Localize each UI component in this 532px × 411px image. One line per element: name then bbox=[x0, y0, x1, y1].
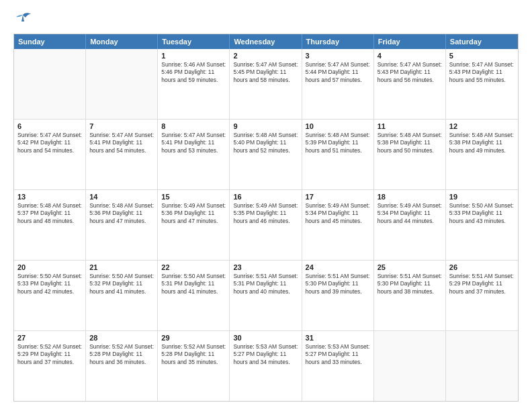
logo bbox=[13, 12, 35, 27]
cell-info: Sunrise: 5:48 AM Sunset: 5:40 PM Dayligh… bbox=[233, 132, 298, 154]
week-row-4: 20Sunrise: 5:50 AM Sunset: 5:33 PM Dayli… bbox=[14, 260, 518, 330]
cell-info: Sunrise: 5:50 AM Sunset: 5:33 PM Dayligh… bbox=[17, 273, 82, 295]
day-number: 3 bbox=[306, 52, 370, 60]
cal-cell: 19Sunrise: 5:50 AM Sunset: 5:33 PM Dayli… bbox=[446, 190, 518, 260]
header-cell-wednesday: Wednesday bbox=[230, 34, 302, 49]
day-number: 23 bbox=[233, 263, 298, 271]
day-number: 5 bbox=[449, 52, 515, 60]
cal-cell: 2Sunrise: 5:47 AM Sunset: 5:45 PM Daylig… bbox=[230, 49, 302, 119]
day-number: 4 bbox=[378, 52, 442, 60]
day-number: 31 bbox=[306, 334, 370, 342]
cell-info: Sunrise: 5:53 AM Sunset: 5:27 PM Dayligh… bbox=[306, 343, 370, 366]
cal-cell: 13Sunrise: 5:48 AM Sunset: 5:37 PM Dayli… bbox=[14, 190, 86, 260]
cal-cell: 17Sunrise: 5:49 AM Sunset: 5:34 PM Dayli… bbox=[302, 190, 374, 260]
cal-cell: 5Sunrise: 5:47 AM Sunset: 5:43 PM Daylig… bbox=[446, 49, 518, 119]
day-number: 12 bbox=[449, 122, 515, 130]
cal-cell: 9Sunrise: 5:48 AM Sunset: 5:40 PM Daylig… bbox=[230, 120, 302, 189]
cal-cell: 18Sunrise: 5:49 AM Sunset: 5:34 PM Dayli… bbox=[374, 190, 446, 260]
cal-cell: 28Sunrise: 5:52 AM Sunset: 5:28 PM Dayli… bbox=[86, 331, 158, 401]
header-cell-monday: Monday bbox=[86, 34, 158, 49]
cal-cell: 16Sunrise: 5:49 AM Sunset: 5:35 PM Dayli… bbox=[230, 190, 302, 260]
day-number: 1 bbox=[161, 52, 226, 60]
cell-info: Sunrise: 5:47 AM Sunset: 5:42 PM Dayligh… bbox=[17, 132, 82, 154]
header-cell-tuesday: Tuesday bbox=[158, 34, 230, 49]
cell-info: Sunrise: 5:48 AM Sunset: 5:39 PM Dayligh… bbox=[306, 132, 370, 154]
cal-cell: 14Sunrise: 5:48 AM Sunset: 5:36 PM Dayli… bbox=[86, 190, 158, 260]
cell-info: Sunrise: 5:52 AM Sunset: 5:29 PM Dayligh… bbox=[17, 343, 82, 366]
day-number: 8 bbox=[161, 122, 226, 130]
week-row-5: 27Sunrise: 5:52 AM Sunset: 5:29 PM Dayli… bbox=[14, 330, 518, 401]
cal-cell: 31Sunrise: 5:53 AM Sunset: 5:27 PM Dayli… bbox=[302, 331, 374, 401]
cell-info: Sunrise: 5:47 AM Sunset: 5:44 PM Dayligh… bbox=[306, 61, 370, 84]
day-number: 11 bbox=[378, 122, 442, 130]
cal-cell: 24Sunrise: 5:51 AM Sunset: 5:30 PM Dayli… bbox=[302, 261, 374, 330]
cal-cell bbox=[14, 49, 86, 119]
day-number: 24 bbox=[306, 263, 370, 271]
cal-cell: 10Sunrise: 5:48 AM Sunset: 5:39 PM Dayli… bbox=[302, 120, 374, 189]
day-number: 21 bbox=[89, 263, 154, 271]
day-number: 25 bbox=[378, 263, 442, 271]
logo-icon bbox=[13, 12, 32, 27]
day-number: 28 bbox=[89, 334, 154, 342]
header bbox=[13, 12, 519, 27]
cell-info: Sunrise: 5:51 AM Sunset: 5:31 PM Dayligh… bbox=[233, 273, 298, 295]
cal-cell: 15Sunrise: 5:49 AM Sunset: 5:36 PM Dayli… bbox=[158, 190, 230, 260]
cell-info: Sunrise: 5:52 AM Sunset: 5:28 PM Dayligh… bbox=[89, 343, 154, 366]
day-number: 9 bbox=[233, 122, 298, 130]
calendar: SundayMondayTuesdayWednesdayThursdayFrid… bbox=[13, 34, 519, 402]
cal-cell: 6Sunrise: 5:47 AM Sunset: 5:42 PM Daylig… bbox=[14, 120, 86, 189]
cell-info: Sunrise: 5:47 AM Sunset: 5:41 PM Dayligh… bbox=[89, 132, 154, 154]
cal-cell: 30Sunrise: 5:53 AM Sunset: 5:27 PM Dayli… bbox=[230, 331, 302, 401]
cell-info: Sunrise: 5:49 AM Sunset: 5:34 PM Dayligh… bbox=[306, 202, 370, 225]
cal-cell bbox=[446, 331, 518, 401]
cal-cell: 7Sunrise: 5:47 AM Sunset: 5:41 PM Daylig… bbox=[86, 120, 158, 189]
cal-cell: 21Sunrise: 5:50 AM Sunset: 5:32 PM Dayli… bbox=[86, 261, 158, 330]
page: SundayMondayTuesdayWednesdayThursdayFrid… bbox=[0, 0, 532, 411]
day-number: 26 bbox=[449, 263, 515, 271]
day-number: 15 bbox=[161, 193, 226, 201]
day-number: 20 bbox=[17, 263, 82, 271]
cell-info: Sunrise: 5:48 AM Sunset: 5:37 PM Dayligh… bbox=[17, 202, 82, 225]
cal-cell: 20Sunrise: 5:50 AM Sunset: 5:33 PM Dayli… bbox=[14, 261, 86, 330]
day-number: 30 bbox=[233, 334, 298, 342]
day-number: 19 bbox=[449, 193, 515, 201]
cell-info: Sunrise: 5:51 AM Sunset: 5:30 PM Dayligh… bbox=[378, 273, 442, 295]
cell-info: Sunrise: 5:50 AM Sunset: 5:32 PM Dayligh… bbox=[89, 273, 154, 295]
cal-cell: 26Sunrise: 5:51 AM Sunset: 5:29 PM Dayli… bbox=[446, 261, 518, 330]
cal-cell: 8Sunrise: 5:47 AM Sunset: 5:41 PM Daylig… bbox=[158, 120, 230, 189]
day-number: 13 bbox=[17, 193, 82, 201]
cell-info: Sunrise: 5:50 AM Sunset: 5:31 PM Dayligh… bbox=[161, 273, 226, 295]
cal-cell bbox=[374, 331, 446, 401]
week-row-2: 6Sunrise: 5:47 AM Sunset: 5:42 PM Daylig… bbox=[14, 119, 518, 189]
cal-cell: 1Sunrise: 5:46 AM Sunset: 5:46 PM Daylig… bbox=[158, 49, 230, 119]
header-cell-sunday: Sunday bbox=[14, 34, 86, 49]
day-number: 7 bbox=[89, 122, 154, 130]
cal-cell: 11Sunrise: 5:48 AM Sunset: 5:38 PM Dayli… bbox=[374, 120, 446, 189]
cell-info: Sunrise: 5:48 AM Sunset: 5:38 PM Dayligh… bbox=[378, 132, 442, 154]
cell-info: Sunrise: 5:47 AM Sunset: 5:41 PM Dayligh… bbox=[161, 132, 226, 154]
calendar-header: SundayMondayTuesdayWednesdayThursdayFrid… bbox=[14, 34, 518, 49]
cal-cell: 4Sunrise: 5:47 AM Sunset: 5:43 PM Daylig… bbox=[374, 49, 446, 119]
cell-info: Sunrise: 5:49 AM Sunset: 5:36 PM Dayligh… bbox=[161, 202, 226, 225]
cell-info: Sunrise: 5:52 AM Sunset: 5:28 PM Dayligh… bbox=[161, 343, 226, 366]
cell-info: Sunrise: 5:47 AM Sunset: 5:43 PM Dayligh… bbox=[449, 61, 515, 84]
day-number: 16 bbox=[233, 193, 298, 201]
header-cell-saturday: Saturday bbox=[446, 34, 518, 49]
header-cell-thursday: Thursday bbox=[302, 34, 374, 49]
day-number: 10 bbox=[306, 122, 370, 130]
week-row-3: 13Sunrise: 5:48 AM Sunset: 5:37 PM Dayli… bbox=[14, 189, 518, 260]
cell-info: Sunrise: 5:50 AM Sunset: 5:33 PM Dayligh… bbox=[449, 202, 515, 225]
calendar-body: 1Sunrise: 5:46 AM Sunset: 5:46 PM Daylig… bbox=[14, 49, 518, 401]
day-number: 18 bbox=[378, 193, 442, 201]
day-number: 2 bbox=[233, 52, 298, 60]
cell-info: Sunrise: 5:46 AM Sunset: 5:46 PM Dayligh… bbox=[161, 61, 226, 84]
cell-info: Sunrise: 5:53 AM Sunset: 5:27 PM Dayligh… bbox=[233, 343, 298, 366]
cell-info: Sunrise: 5:49 AM Sunset: 5:35 PM Dayligh… bbox=[233, 202, 298, 225]
cell-info: Sunrise: 5:48 AM Sunset: 5:38 PM Dayligh… bbox=[449, 132, 515, 154]
header-cell-friday: Friday bbox=[374, 34, 446, 49]
day-number: 17 bbox=[306, 193, 370, 201]
cell-info: Sunrise: 5:51 AM Sunset: 5:30 PM Dayligh… bbox=[306, 273, 370, 295]
cal-cell: 27Sunrise: 5:52 AM Sunset: 5:29 PM Dayli… bbox=[14, 331, 86, 401]
day-number: 22 bbox=[161, 263, 226, 271]
day-number: 27 bbox=[17, 334, 82, 342]
